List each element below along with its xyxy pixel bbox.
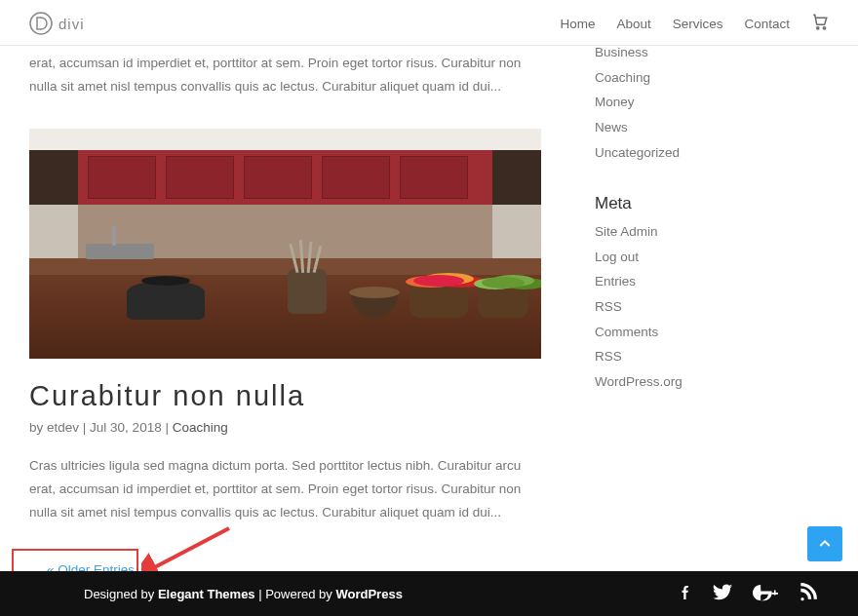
meta-logout[interactable]: Log out: [595, 245, 829, 270]
meta-comments-rss[interactable]: Comments RSS: [595, 320, 829, 369]
cat-item-money[interactable]: Money: [595, 90, 829, 115]
googleplus-icon[interactable]: G: [753, 582, 778, 606]
svg-point-0: [30, 13, 52, 34]
post-meta: by etdev | Jul 30, 2018 | Coaching: [29, 420, 546, 435]
logo-text: divi: [58, 16, 85, 32]
meta-author[interactable]: etdev: [47, 420, 79, 435]
nav-contact[interactable]: Contact: [744, 17, 790, 31]
scroll-to-top-button[interactable]: [807, 526, 842, 561]
cat-item-business[interactable]: Business: [595, 40, 829, 65]
rss-icon[interactable]: [798, 583, 817, 605]
cat-item-uncategorized[interactable]: Uncategorized: [595, 140, 829, 166]
footer-credits: Designed by Elegant Themes | Powered by …: [84, 587, 403, 601]
footer-platform-link[interactable]: WordPress: [335, 587, 402, 601]
nav-home[interactable]: Home: [560, 17, 595, 31]
previous-post-excerpt: erat, accumsan id imperdiet et, porttito…: [29, 52, 546, 97]
meta-heading: Meta: [595, 194, 829, 213]
main-nav: Home About Services Contact: [560, 13, 829, 34]
meta-entries-rss[interactable]: Entries RSS: [595, 269, 829, 319]
site-header: divi Home About Services Contact: [0, 0, 858, 46]
twitter-icon[interactable]: [712, 582, 733, 606]
nav-about[interactable]: About: [616, 17, 650, 31]
post-title[interactable]: Curabitur non nulla: [29, 380, 546, 412]
content-container: erat, accumsan id imperdiet et, porttito…: [0, 46, 858, 587]
categories-list-partial: Business Coaching Money News Uncategoriz…: [595, 40, 829, 165]
nav-services[interactable]: Services: [673, 17, 723, 31]
chevron-up-icon: [817, 536, 833, 552]
meta-wordpress-org[interactable]: WordPress.org: [595, 369, 829, 395]
featured-image[interactable]: [29, 129, 541, 359]
logo-icon: [29, 12, 53, 35]
sidebar: Business Coaching Money News Uncategoriz…: [575, 46, 829, 587]
main-column: erat, accumsan id imperdiet et, porttito…: [29, 46, 575, 587]
site-footer: Designed by Elegant Themes | Powered by …: [0, 571, 858, 616]
meta-list: Site Admin Log out Entries RSS Comments …: [595, 219, 829, 394]
meta-date: Jul 30, 2018: [90, 420, 162, 435]
cat-item-coaching[interactable]: Coaching: [595, 65, 829, 91]
meta-site-admin[interactable]: Site Admin: [595, 219, 829, 245]
footer-theme-link[interactable]: Elegant Themes: [158, 587, 255, 601]
meta-category[interactable]: Coaching: [173, 420, 228, 435]
site-logo[interactable]: divi: [29, 12, 85, 35]
meta-by: by: [29, 420, 43, 435]
post-excerpt: Cras ultricies ligula sed magna dictum p…: [29, 454, 546, 523]
social-icons: G: [679, 582, 817, 606]
svg-point-2: [823, 27, 825, 29]
cart-icon[interactable]: [811, 13, 829, 34]
facebook-icon[interactable]: [679, 582, 692, 606]
cat-item-news[interactable]: News: [595, 115, 829, 140]
svg-point-1: [817, 27, 819, 29]
svg-text:G: G: [753, 586, 761, 599]
svg-line-3: [149, 528, 229, 570]
